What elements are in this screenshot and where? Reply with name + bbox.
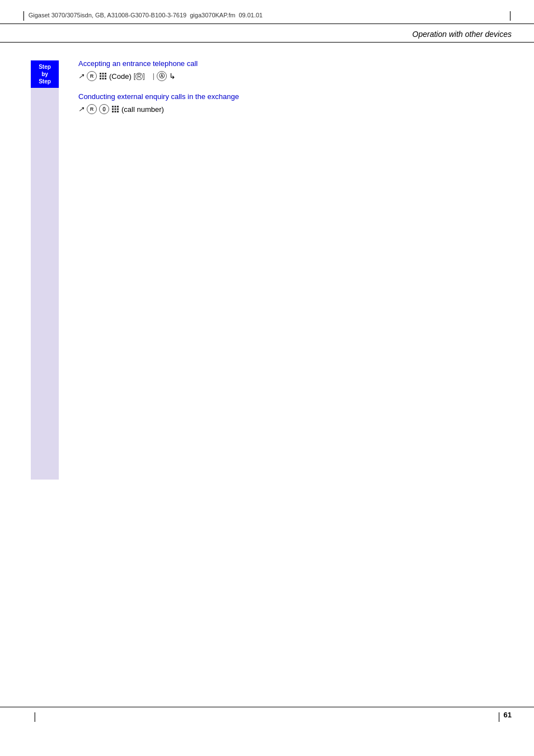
svg-rect-1 [102,73,104,74]
svg-rect-2 [105,73,106,74]
code-label: (Code) [109,72,132,81]
step-badge: Step by Step [31,60,59,88]
header-filename: giga3070KAP.fm [190,12,235,18]
circle-r-icon: R [87,71,97,81]
circle-r-icon-2: R [87,104,97,114]
svg-rect-16 [115,111,116,112]
footer-pipe-right: | [498,711,500,722]
step-badge-line1: Step [35,63,54,71]
svg-rect-7 [102,78,104,79]
header-date: 09.01.01 [238,12,263,18]
section1-step1: ↗ R (C [78,71,512,81]
section2-step1: ↗ R 0 [78,104,512,114]
footer-pipe-left: | [34,711,36,722]
instructions-column: Accepting an entrance telephone call ↗ R [78,59,512,480]
separator-pipe: | [147,72,154,80]
keypad-icon-1 [99,72,107,80]
step-badge-line2: by [35,71,54,78]
page-number: 61 [504,711,512,719]
header-pipe-left: | [22,10,25,20]
section1: Accepting an entrance telephone call ↗ R [78,59,512,81]
section2: Conducting external enquiry calls in the… [78,92,512,114]
svg-rect-6 [100,78,101,79]
svg-rect-3 [100,76,101,77]
step-badge-line3: Step [35,78,54,85]
call-number-label: (call number) [121,105,164,114]
section-title: Operation with other devices [413,30,512,39]
svg-rect-17 [117,111,119,112]
svg-rect-4 [102,76,104,77]
section1-heading: Accepting an entrance telephone call [78,59,512,68]
step-sidebar-bar [31,88,59,480]
page-header: | Gigaset 3070/3075isdn, GB, A31008-G307… [0,0,534,24]
talk-icon: ↳ [169,72,176,81]
main-content: Step by Step Accepting an entrance telep… [0,59,534,480]
phone-icon-2: ↗ [78,105,84,113]
header-pipe-right: | [509,10,512,20]
svg-rect-8 [105,78,106,79]
step-badge-column: Step by Step [22,59,67,480]
svg-rect-15 [112,111,114,112]
header-left: | Gigaset 3070/3075isdn, GB, A31008-G307… [22,10,263,20]
svg-rect-9 [112,106,114,107]
header-info: Gigaset 3070/3075isdn, GB, A31008-G3070-… [29,12,187,18]
svg-rect-5 [105,76,106,77]
svg-rect-0 [100,73,101,74]
phone-icon: ↗ [78,72,84,80]
svg-rect-10 [115,106,116,107]
circle-0-icon-2: 0 [99,104,109,114]
svg-rect-11 [117,106,119,107]
svg-rect-14 [117,109,119,110]
section2-heading: Conducting external enquiry calls in the… [78,92,512,101]
svg-rect-13 [115,109,116,110]
bracket-r-icon: [R] [134,72,145,80]
svg-rect-12 [112,109,114,110]
circle-0-icon: Ⓐ [157,71,167,81]
keypad-icon-2 [111,105,119,113]
page-footer: 61 [0,707,534,722]
header-right: | [509,10,512,20]
section-title-bar: Operation with other devices [0,24,534,43]
